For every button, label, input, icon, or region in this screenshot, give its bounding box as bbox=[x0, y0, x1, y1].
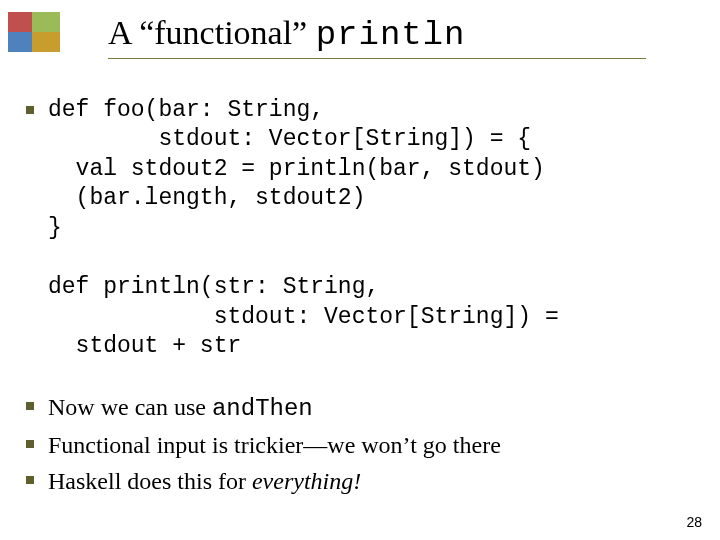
code-line: } bbox=[48, 215, 62, 241]
logo-green bbox=[32, 12, 60, 32]
code-line: def foo(bar: String, bbox=[48, 97, 324, 123]
slide-body: def foo(bar: String, stdout: Vector[Stri… bbox=[26, 96, 694, 502]
page-number: 28 bbox=[686, 514, 702, 530]
inline-code: andThen bbox=[212, 395, 313, 422]
logo-red bbox=[8, 12, 32, 32]
title-code: println bbox=[316, 16, 466, 54]
point-andthen: Now we can use andThen bbox=[26, 392, 694, 424]
title-prefix: A “functional” bbox=[108, 14, 316, 51]
text: Now we can use bbox=[48, 394, 212, 420]
point-text: Now we can use andThen bbox=[48, 392, 313, 424]
point-haskell: Haskell does this for everything! bbox=[26, 466, 694, 496]
bullet-icon bbox=[26, 402, 34, 410]
code-line: stdout: Vector[String]) = { bbox=[48, 126, 531, 152]
logo-gold bbox=[32, 32, 60, 52]
slide-logo bbox=[8, 12, 60, 52]
code-line: stdout + str bbox=[48, 333, 241, 359]
emphasis: everything! bbox=[252, 468, 361, 494]
code-line: def println(str: String, bbox=[48, 274, 379, 300]
point-text: Haskell does this for everything! bbox=[48, 466, 361, 496]
bullet-icon bbox=[26, 440, 34, 448]
code-block-foo: def foo(bar: String, stdout: Vector[Stri… bbox=[26, 96, 694, 243]
code-foo: def foo(bar: String, stdout: Vector[Stri… bbox=[48, 96, 545, 243]
code-line: (bar.length, stdout2) bbox=[48, 185, 365, 211]
text: Haskell does this for bbox=[48, 468, 252, 494]
code-line: val stdout2 = println(bar, stdout) bbox=[48, 156, 545, 182]
bullet-icon bbox=[26, 106, 34, 114]
slide-title: A “functional” println bbox=[108, 14, 646, 59]
point-input: Functional input is trickier—we won’t go… bbox=[26, 430, 694, 460]
logo-blue bbox=[8, 32, 32, 52]
code-block-println: def println(str: String, stdout: Vector[… bbox=[26, 273, 694, 361]
code-println: def println(str: String, stdout: Vector[… bbox=[48, 273, 559, 361]
code-line: stdout: Vector[String]) = bbox=[48, 304, 559, 330]
point-text: Functional input is trickier—we won’t go… bbox=[48, 430, 501, 460]
bullet-icon bbox=[26, 476, 34, 484]
